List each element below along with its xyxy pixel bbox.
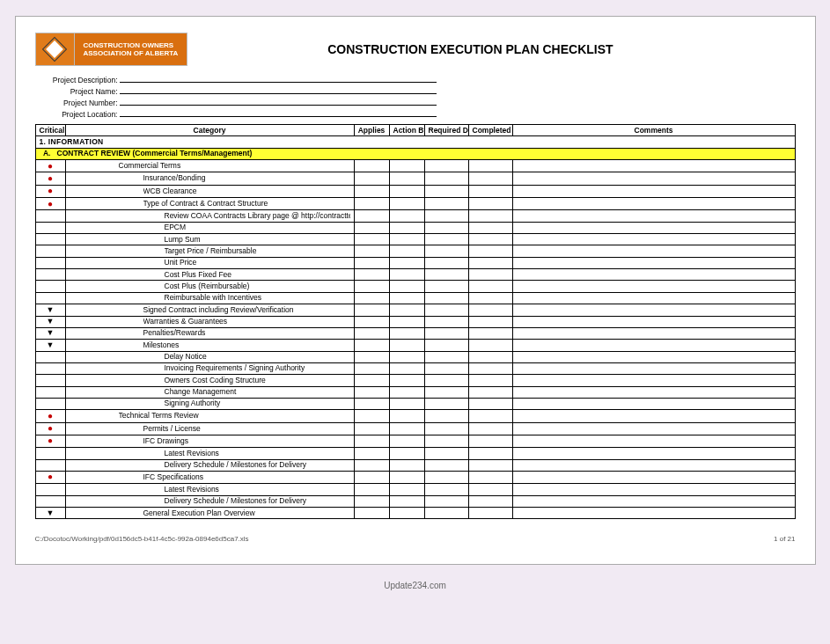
empty-cell[interactable] [468, 386, 512, 398]
empty-cell[interactable] [424, 459, 468, 471]
empty-cell[interactable] [424, 198, 468, 210]
empty-cell[interactable] [389, 245, 424, 257]
empty-cell[interactable] [424, 375, 468, 386]
empty-cell[interactable] [354, 304, 389, 316]
empty-cell[interactable] [468, 281, 512, 292]
empty-cell[interactable] [512, 210, 795, 222]
empty-cell[interactable] [512, 304, 795, 316]
empty-cell[interactable] [512, 257, 795, 268]
meta-input-location[interactable] [120, 107, 437, 117]
empty-cell[interactable] [424, 316, 468, 327]
empty-cell[interactable] [512, 410, 795, 422]
empty-cell[interactable] [512, 375, 795, 386]
empty-cell[interactable] [468, 410, 512, 422]
empty-cell[interactable] [389, 316, 424, 327]
empty-cell[interactable] [354, 410, 389, 422]
empty-cell[interactable] [354, 495, 389, 507]
empty-cell[interactable] [389, 410, 424, 422]
empty-cell[interactable] [354, 269, 389, 281]
empty-cell[interactable] [389, 362, 424, 374]
empty-cell[interactable] [512, 422, 795, 435]
empty-cell[interactable] [512, 160, 795, 172]
empty-cell[interactable] [512, 459, 795, 471]
empty-cell[interactable] [354, 435, 389, 447]
empty-cell[interactable] [424, 340, 468, 351]
empty-cell[interactable] [389, 160, 424, 172]
empty-cell[interactable] [424, 422, 468, 435]
empty-cell[interactable] [468, 257, 512, 268]
empty-cell[interactable] [389, 386, 424, 398]
empty-cell[interactable] [424, 448, 468, 459]
empty-cell[interactable] [354, 245, 389, 257]
empty-cell[interactable] [512, 351, 795, 362]
empty-cell[interactable] [354, 508, 389, 519]
empty-cell[interactable] [424, 269, 468, 281]
empty-cell[interactable] [424, 508, 468, 519]
empty-cell[interactable] [354, 448, 389, 459]
empty-cell[interactable] [354, 362, 389, 374]
empty-cell[interactable] [512, 362, 795, 374]
empty-cell[interactable] [424, 386, 468, 398]
empty-cell[interactable] [468, 362, 512, 374]
empty-cell[interactable] [468, 495, 512, 507]
empty-cell[interactable] [424, 351, 468, 362]
empty-cell[interactable] [512, 471, 795, 483]
empty-cell[interactable] [354, 160, 389, 172]
empty-cell[interactable] [354, 185, 389, 197]
empty-cell[interactable] [389, 185, 424, 197]
empty-cell[interactable] [512, 198, 795, 210]
empty-cell[interactable] [468, 245, 512, 257]
empty-cell[interactable] [424, 435, 468, 447]
empty-cell[interactable] [468, 234, 512, 245]
empty-cell[interactable] [468, 448, 512, 459]
empty-cell[interactable] [468, 185, 512, 197]
empty-cell[interactable] [468, 435, 512, 447]
empty-cell[interactable] [354, 210, 389, 222]
empty-cell[interactable] [389, 484, 424, 495]
empty-cell[interactable] [424, 222, 468, 233]
empty-cell[interactable] [468, 398, 512, 409]
empty-cell[interactable] [424, 327, 468, 339]
empty-cell[interactable] [389, 198, 424, 210]
empty-cell[interactable] [389, 304, 424, 316]
empty-cell[interactable] [468, 351, 512, 362]
empty-cell[interactable] [354, 222, 389, 233]
empty-cell[interactable] [468, 327, 512, 339]
empty-cell[interactable] [512, 508, 795, 519]
empty-cell[interactable] [424, 210, 468, 222]
empty-cell[interactable] [512, 245, 795, 257]
empty-cell[interactable] [512, 435, 795, 447]
empty-cell[interactable] [424, 292, 468, 304]
empty-cell[interactable] [424, 245, 468, 257]
empty-cell[interactable] [468, 269, 512, 281]
empty-cell[interactable] [354, 257, 389, 268]
empty-cell[interactable] [512, 281, 795, 292]
empty-cell[interactable] [468, 292, 512, 304]
empty-cell[interactable] [389, 459, 424, 471]
empty-cell[interactable] [354, 292, 389, 304]
empty-cell[interactable] [424, 471, 468, 483]
empty-cell[interactable] [354, 281, 389, 292]
empty-cell[interactable] [468, 422, 512, 435]
empty-cell[interactable] [424, 281, 468, 292]
empty-cell[interactable] [354, 234, 389, 245]
empty-cell[interactable] [424, 160, 468, 172]
empty-cell[interactable] [424, 362, 468, 374]
empty-cell[interactable] [512, 269, 795, 281]
empty-cell[interactable] [354, 316, 389, 327]
empty-cell[interactable] [354, 351, 389, 362]
empty-cell[interactable] [389, 281, 424, 292]
empty-cell[interactable] [512, 495, 795, 507]
empty-cell[interactable] [468, 172, 512, 185]
empty-cell[interactable] [389, 435, 424, 447]
empty-cell[interactable] [468, 198, 512, 210]
empty-cell[interactable] [389, 448, 424, 459]
empty-cell[interactable] [512, 340, 795, 351]
empty-cell[interactable] [424, 410, 468, 422]
meta-input-name[interactable] [120, 84, 437, 94]
empty-cell[interactable] [468, 484, 512, 495]
empty-cell[interactable] [512, 316, 795, 327]
empty-cell[interactable] [354, 327, 389, 339]
empty-cell[interactable] [512, 185, 795, 197]
empty-cell[interactable] [512, 222, 795, 233]
